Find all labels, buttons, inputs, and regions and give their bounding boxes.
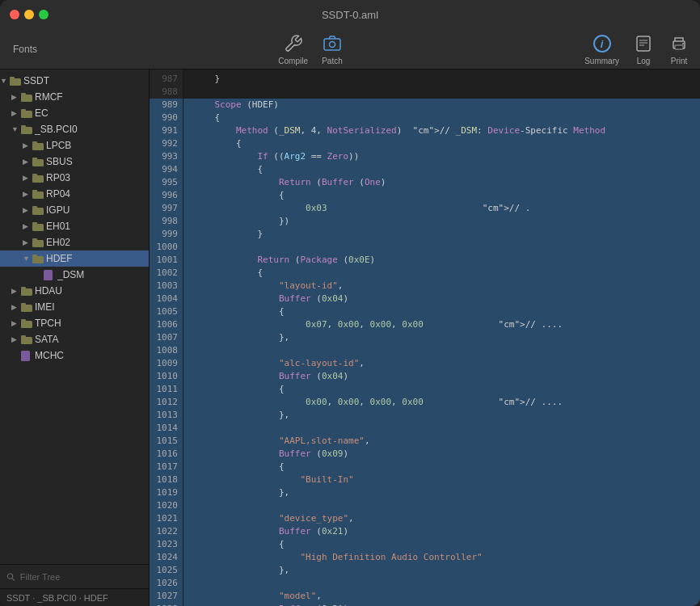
folder-icon bbox=[32, 156, 44, 167]
code-line bbox=[183, 86, 700, 99]
patch-label: Patch bbox=[322, 57, 343, 65]
folder-icon bbox=[21, 285, 32, 297]
svg-rect-42 bbox=[21, 351, 30, 361]
compile-button[interactable]: Compile bbox=[278, 32, 308, 65]
line-number: 988 bbox=[150, 86, 183, 99]
code-scroll[interactable]: 9879889899909919929939949959969979989991… bbox=[150, 69, 700, 606]
sidebar-item-eh02[interactable]: ▶EH02 bbox=[0, 234, 149, 250]
svg-rect-19 bbox=[32, 159, 44, 166]
svg-rect-0 bbox=[324, 39, 340, 50]
collapse-arrow: ▼ bbox=[23, 255, 32, 263]
log-button[interactable]: Log bbox=[632, 32, 655, 65]
line-number: 1026 bbox=[150, 577, 183, 590]
svg-rect-12 bbox=[21, 93, 26, 95]
folder-icon bbox=[21, 91, 32, 103]
line-number: 1020 bbox=[150, 499, 183, 512]
svg-rect-24 bbox=[32, 190, 37, 192]
sidebar-filter bbox=[0, 564, 149, 588]
expand-arrow: ▶ bbox=[11, 287, 21, 295]
info-circle-icon: i bbox=[593, 35, 611, 53]
svg-rect-11 bbox=[21, 95, 32, 102]
code-line: { bbox=[183, 538, 700, 551]
code-line: 0x03 "cm">// . bbox=[183, 202, 700, 215]
sidebar: ▼SSDT▶RMCF▶EC▼_SB.PCI0▶LPCB▶SBUS▶RP03▶RP… bbox=[0, 69, 150, 606]
line-number: 1024 bbox=[150, 551, 183, 564]
folder-icon bbox=[32, 172, 44, 183]
line-number: 1002 bbox=[150, 267, 183, 280]
patch-button[interactable]: Patch bbox=[321, 32, 344, 65]
tree-label: SATA bbox=[35, 334, 59, 345]
sidebar-item-imei[interactable]: ▶IMEI bbox=[0, 299, 149, 315]
traffic-lights bbox=[10, 10, 48, 19]
line-number: 995 bbox=[150, 176, 183, 189]
sidebar-item-tpch[interactable]: ▶TPCH bbox=[0, 315, 149, 331]
tree-label: HDAU bbox=[35, 285, 62, 297]
line-number: 1025 bbox=[150, 564, 183, 577]
tree-label: TPCH bbox=[35, 318, 61, 329]
code-line: Return (Buffer (One) bbox=[183, 176, 700, 189]
sidebar-item-lpcb[interactable]: ▶LPCB bbox=[0, 137, 149, 154]
svg-rect-35 bbox=[21, 287, 26, 289]
svg-rect-29 bbox=[32, 240, 44, 247]
svg-rect-40 bbox=[21, 337, 32, 344]
compile-icon bbox=[282, 32, 305, 55]
line-number: 1027 bbox=[150, 590, 183, 603]
sidebar-item-ec[interactable]: ▶EC bbox=[0, 105, 149, 121]
search-icon bbox=[6, 572, 15, 582]
line-number: 1019 bbox=[150, 486, 183, 499]
sidebar-tree[interactable]: ▼SSDT▶RMCF▶EC▼_SB.PCI0▶LPCB▶SBUS▶RP03▶RP… bbox=[0, 69, 149, 564]
line-number: 990 bbox=[150, 112, 183, 124]
code-line: }, bbox=[183, 486, 700, 499]
code-line: Buffer (0x2A) bbox=[183, 603, 700, 606]
tree-label: _DSM bbox=[57, 269, 84, 280]
line-number: 1015 bbox=[150, 435, 183, 448]
sidebar-item-sbus[interactable]: ▶SBUS bbox=[0, 154, 149, 170]
sidebar-item-dsm[interactable]: ▶_DSM bbox=[0, 267, 149, 283]
sidebar-item-sb-pci0[interactable]: ▼_SB.PCI0 bbox=[0, 121, 149, 137]
tree-label: EH01 bbox=[46, 221, 70, 232]
sidebar-item-mchc[interactable]: ▶MCHC bbox=[0, 347, 149, 364]
line-number: 1000 bbox=[150, 241, 183, 254]
line-number: 994 bbox=[150, 163, 183, 176]
code-line: { bbox=[183, 267, 700, 280]
sidebar-item-hdau[interactable]: ▶HDAU bbox=[0, 283, 149, 299]
sidebar-item-rp04[interactable]: ▶RP04 bbox=[0, 186, 149, 202]
sidebar-item-sata[interactable]: ▶SATA bbox=[0, 331, 149, 347]
print-button[interactable]: Print bbox=[668, 32, 690, 65]
minimize-button[interactable] bbox=[24, 10, 34, 19]
line-number: 987 bbox=[150, 73, 183, 86]
toolbar: Fonts Compile Patch bbox=[0, 29, 700, 69]
svg-rect-13 bbox=[21, 111, 32, 118]
line-number: 1014 bbox=[150, 422, 183, 435]
line-number: 1003 bbox=[150, 280, 183, 292]
main-area: ▼SSDT▶RMCF▶EC▼_SB.PCI0▶LPCB▶SBUS▶RP03▶RP… bbox=[0, 69, 700, 606]
sidebar-item-rmcf[interactable]: ▶RMCF bbox=[0, 89, 149, 105]
fonts-label: Fonts bbox=[13, 44, 37, 55]
folder-icon bbox=[32, 237, 44, 248]
line-number: 1005 bbox=[150, 305, 183, 318]
summary-button[interactable]: i Summary bbox=[584, 32, 619, 65]
expand-arrow: ▶ bbox=[11, 303, 21, 311]
maximize-button[interactable] bbox=[39, 10, 48, 19]
sidebar-item-igpu[interactable]: ▶IGPU bbox=[0, 202, 149, 218]
folder-icon bbox=[32, 140, 44, 151]
line-number: 992 bbox=[150, 137, 183, 150]
sidebar-item-hdef[interactable]: ▼HDEF bbox=[0, 250, 149, 267]
sidebar-item-eh01[interactable]: ▶EH01 bbox=[0, 218, 149, 234]
line-number: 1017 bbox=[150, 461, 183, 473]
line-number: 999 bbox=[150, 228, 183, 241]
toolbar-right: i Summary Log bbox=[584, 32, 690, 65]
svg-rect-26 bbox=[32, 206, 37, 208]
filter-input[interactable] bbox=[20, 572, 142, 582]
folder-icon bbox=[32, 221, 44, 232]
sidebar-item-rp03[interactable]: ▶RP03 bbox=[0, 170, 149, 186]
expand-arrow: ▶ bbox=[23, 190, 32, 198]
close-button[interactable] bbox=[10, 10, 19, 19]
svg-rect-31 bbox=[32, 256, 44, 263]
code-line: 0x07, 0x00, 0x00, 0x00 "cm">// .... bbox=[183, 318, 700, 331]
code-line: "AAPL,slot-name", bbox=[183, 435, 700, 448]
svg-rect-39 bbox=[21, 319, 26, 322]
sidebar-item-ssdt[interactable]: ▼SSDT bbox=[0, 73, 149, 89]
expand-arrow: ▶ bbox=[11, 319, 21, 327]
expand-arrow: ▶ bbox=[11, 93, 21, 101]
